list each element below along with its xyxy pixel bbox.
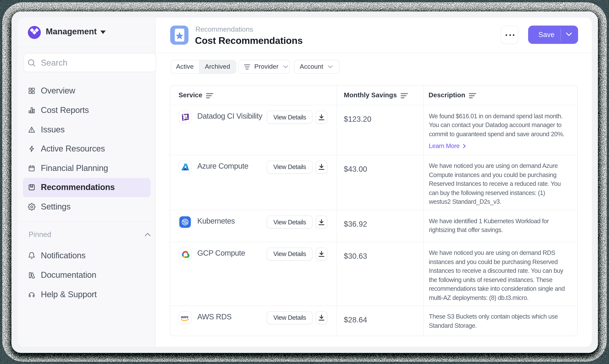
svg-text:aws: aws xyxy=(181,314,189,319)
